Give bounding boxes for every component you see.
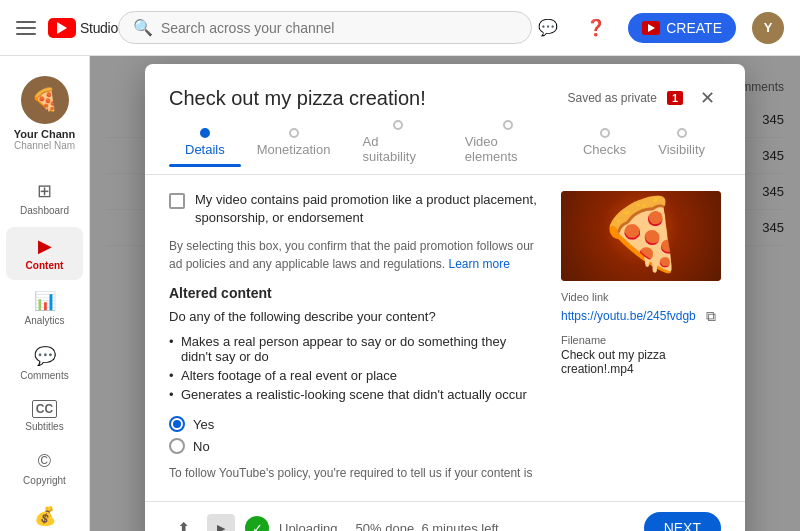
paid-promotion-row: My video contains paid promotion like a … xyxy=(169,191,537,227)
paid-promotion-label: My video contains paid promotion like a … xyxy=(195,191,537,227)
search-bar[interactable]: 🔍 xyxy=(118,11,532,44)
earn-icon: 💰 xyxy=(34,505,56,527)
search-icon: 🔍 xyxy=(133,18,153,37)
sidebar-item-analytics[interactable]: 📊 Analytics xyxy=(6,282,83,335)
channel-info: 🍕 Your Chann Channel Nam xyxy=(0,64,89,163)
next-button[interactable]: NEXT xyxy=(644,512,721,531)
radio-inner xyxy=(173,420,181,428)
channel-avatar: 🍕 xyxy=(21,76,69,124)
dialog: Check out my pizza creation! Saved as pr… xyxy=(145,64,745,531)
upload-icon[interactable]: ⬆ xyxy=(169,514,197,531)
altered-content-question: Do any of the following describe your co… xyxy=(169,309,537,324)
sidebar-item-comments[interactable]: 💬 Comments xyxy=(6,337,83,390)
bullet-item: Generates a realistic-looking scene that… xyxy=(169,385,537,404)
dialog-body: My video contains paid promotion like a … xyxy=(145,175,745,501)
overlay: Check out my pizza creation! Saved as pr… xyxy=(90,56,800,531)
video-link-label: Video link xyxy=(561,291,721,303)
sidebar-item-label: Copyright xyxy=(23,475,66,487)
feedback-icon[interactable]: 💬 xyxy=(532,12,564,44)
paid-promo-learn-more[interactable]: Learn more xyxy=(449,257,510,271)
close-button[interactable]: ✕ xyxy=(693,84,721,112)
tab-video-elements[interactable]: Video elements xyxy=(449,120,567,174)
topbar-left: Studio xyxy=(16,18,118,38)
help-icon[interactable]: ❓ xyxy=(580,12,612,44)
altered-content-bullets: Makes a real person appear to say or do … xyxy=(169,332,537,404)
search-input[interactable] xyxy=(161,20,517,36)
altered-desc: To follow YouTube's policy, you're requi… xyxy=(169,464,537,485)
topbar-right: 💬 ❓ CREATE Y xyxy=(532,12,784,44)
comments-icon: 💬 xyxy=(34,345,56,367)
analytics-icon: 📊 xyxy=(34,290,56,312)
tab-dot xyxy=(289,128,299,138)
bullet-item: Alters footage of a real event or place xyxy=(169,366,537,385)
tab-dot xyxy=(503,120,513,130)
saved-private-label: Saved as private xyxy=(567,91,656,105)
tab-ad-suitability[interactable]: Ad suitability xyxy=(346,120,448,174)
dashboard-icon: ⊞ xyxy=(37,180,52,202)
no-radio-row[interactable]: No xyxy=(169,438,537,454)
filename-value: Check out my pizza creation!.mp4 xyxy=(561,348,721,376)
paid-promotion-checkbox[interactable] xyxy=(169,193,185,209)
content-area: Views Comments 12,345345 12,345345 12,34… xyxy=(90,56,800,531)
video-link[interactable]: https://youtu.be/245fvdgb xyxy=(561,309,696,323)
dialog-header: Check out my pizza creation! Saved as pr… xyxy=(145,64,745,120)
yes-label: Yes xyxy=(193,417,214,432)
video-thumbnail xyxy=(561,191,721,281)
create-button[interactable]: CREATE xyxy=(628,13,736,43)
channel-sub: Channel Nam xyxy=(14,140,75,151)
video-link-row: https://youtu.be/245fvdgb ⧉ xyxy=(561,306,721,326)
avatar[interactable]: Y xyxy=(752,12,784,44)
tab-visibility[interactable]: Visibility xyxy=(642,128,721,167)
copyright-icon: © xyxy=(38,451,51,472)
yt-icon xyxy=(48,18,76,38)
sidebar-item-label: Content xyxy=(26,260,64,272)
youtube-logo: Studio xyxy=(48,18,118,38)
tab-dot xyxy=(393,120,403,130)
dialog-footer: ⬆ ▶ ✓ Uploading ... 50% done, 6 minutes … xyxy=(145,501,745,531)
studio-label: Studio xyxy=(80,20,118,36)
sidebar-item-content[interactable]: ▶ Content xyxy=(6,227,83,280)
sidebar-item-label: Analytics xyxy=(24,315,64,327)
no-radio[interactable] xyxy=(169,438,185,454)
dialog-title: Check out my pizza creation! xyxy=(169,87,426,110)
sidebar: 🍕 Your Chann Channel Nam ⊞ Dashboard ▶ C… xyxy=(0,56,90,531)
progress-icon: ▶ xyxy=(207,514,235,531)
dialog-header-right: Saved as private 1 ✕ xyxy=(567,84,721,112)
sidebar-item-label: Dashboard xyxy=(20,205,69,217)
sidebar-item-subtitles[interactable]: CC Subtitles xyxy=(6,392,83,441)
tab-dot xyxy=(200,128,210,138)
sidebar-item-label: Comments xyxy=(20,370,68,382)
tab-dot xyxy=(677,128,687,138)
tab-monetization[interactable]: Monetization xyxy=(241,128,347,167)
sidebar-item-earn[interactable]: 💰 Earn xyxy=(6,497,83,531)
sidebar-item-dashboard[interactable]: ⊞ Dashboard xyxy=(6,172,83,225)
yes-radio-row[interactable]: Yes xyxy=(169,416,537,432)
content-icon: ▶ xyxy=(38,235,52,257)
dialog-tabs: Details Monetization Ad suitability xyxy=(145,120,745,175)
create-video-icon xyxy=(642,21,660,35)
menu-icon[interactable] xyxy=(16,21,36,35)
paid-promotion-desc: By selecting this box, you confirm that … xyxy=(169,237,537,273)
topbar: Studio 🔍 💬 ❓ CREATE Y xyxy=(0,0,800,56)
filename-label: Filename xyxy=(561,334,721,346)
no-label: No xyxy=(193,439,210,454)
sidebar-item-copyright[interactable]: © Copyright xyxy=(6,443,83,495)
pizza-image xyxy=(561,191,721,281)
altered-content-title: Altered content xyxy=(169,285,537,301)
progress-check: ✓ xyxy=(245,516,269,531)
progress-text: Uploading ... 50% done, 6 minutes left xyxy=(279,521,634,532)
subtitles-icon: CC xyxy=(32,400,57,418)
copy-icon[interactable]: ⧉ xyxy=(702,306,721,326)
tab-dot xyxy=(600,128,610,138)
dialog-right: Video link https://youtu.be/245fvdgb ⧉ F… xyxy=(561,191,721,485)
main-layout: 🍕 Your Chann Channel Nam ⊞ Dashboard ▶ C… xyxy=(0,56,800,531)
notification-badge: 1 xyxy=(667,91,683,105)
tab-details[interactable]: Details xyxy=(169,128,241,167)
yes-radio[interactable] xyxy=(169,416,185,432)
tab-checks[interactable]: Checks xyxy=(567,128,642,167)
bullet-item: Makes a real person appear to say or do … xyxy=(169,332,537,366)
dialog-left: My video contains paid promotion like a … xyxy=(169,191,541,485)
channel-name: Your Chann xyxy=(14,128,76,140)
sidebar-item-label: Subtitles xyxy=(25,421,63,433)
